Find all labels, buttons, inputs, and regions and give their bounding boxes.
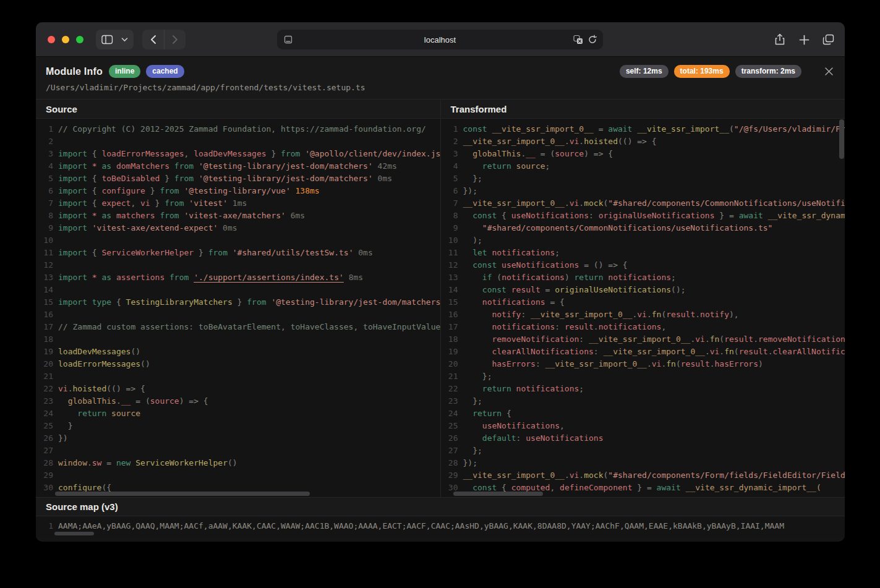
line-number: 5 (36, 173, 53, 185)
new-tab-button[interactable] (795, 30, 813, 49)
code-token (463, 248, 473, 257)
close-icon[interactable] (822, 66, 835, 78)
line-number: 2 (441, 135, 458, 148)
sourcemap-hscrollbar[interactable] (54, 532, 94, 535)
sidebar-toggle-button[interactable] (96, 30, 134, 49)
line-number: 1 (36, 123, 53, 135)
code-token: notify (492, 310, 521, 319)
code-token: __ (526, 149, 536, 158)
code-token: new (116, 458, 130, 467)
line-number: 8 (441, 210, 458, 222)
window-minimize-button[interactable] (62, 36, 69, 43)
line-number: 3 (36, 148, 53, 160)
line-content: }; (458, 173, 482, 185)
code-line: 28window.sw = new ServiceWorkerHelper() (36, 457, 440, 469)
code-token: } = (632, 483, 656, 492)
code-token: vi (58, 384, 68, 393)
code-line: 12 (36, 259, 440, 271)
line-number: 10 (441, 234, 458, 247)
code-line: 14 (36, 284, 440, 296)
code-token: '@testing-library/jest-dom/matchers' (194, 161, 373, 171)
code-token: . (579, 137, 584, 146)
code-line: 6}); (441, 185, 845, 197)
module-link[interactable]: './support/assertions/index.ts' (194, 273, 344, 282)
line-number: 1 (441, 123, 458, 135)
code-line: 24 return { (441, 407, 845, 420)
transformed-code[interactable]: 1const __vite_ssr_import_0__ = await __v… (441, 119, 845, 497)
code-token: loadErrorMessages (58, 359, 140, 369)
code-token: notifications (604, 273, 672, 282)
reload-icon[interactable] (587, 35, 597, 45)
code-token: import (58, 198, 87, 208)
share-button[interactable] (771, 30, 789, 49)
code-token (58, 396, 68, 406)
code-token: notifications (492, 322, 555, 331)
line-content: notify: __vite_ssr_import_0__.vi.fn(resu… (458, 309, 739, 321)
code-token: ({ (101, 483, 111, 492)
line-content (53, 284, 58, 296)
code-token: from (281, 149, 300, 158)
window-close-button[interactable] (48, 36, 55, 43)
line-content: import * as matchers from 'vitest-axe/ma… (53, 210, 305, 222)
line-content (53, 135, 58, 148)
code-token: __vite_ssr_dynamic_import__( (763, 211, 845, 220)
code-token: }; (463, 372, 492, 381)
code-token: . (87, 458, 92, 467)
code-token: useNotifications (526, 433, 603, 443)
code-token: __vite_ssr_dynamic_import__( (681, 483, 821, 492)
window-zoom-button[interactable] (76, 36, 83, 43)
code-token (463, 334, 492, 344)
source-code[interactable]: 1// Copyright (C) 2012-2025 Zammad Found… (36, 119, 440, 497)
module-badges: inlinecached (109, 65, 184, 78)
code-token (463, 421, 482, 430)
code-token: const (482, 285, 506, 294)
code-line: 8import * as matchers from 'vitest-axe/m… (36, 210, 440, 222)
code-token: 0ms (353, 248, 372, 257)
line-content: }); (458, 457, 477, 469)
source-panel: Source 1// Copyright (C) 2012-2025 Zamma… (36, 100, 440, 497)
sourcemap-code[interactable]: 1 AAMA;AAeA,yBAAG,QAAQ,MAAM;AACf,aAAW,KA… (36, 516, 845, 538)
code-token: configure (58, 483, 101, 492)
code-token: const (472, 211, 497, 220)
page-format-icon[interactable] (283, 35, 293, 45)
code-token: 'vitest-axe/extend-expect' (87, 223, 218, 232)
code-token: }) (58, 433, 68, 443)
code-token: return (482, 161, 511, 171)
line-content (53, 309, 58, 321)
line-content: notifications: result.notifications, (458, 321, 667, 333)
page-title: Module Info (46, 66, 103, 77)
transformed-hscrollbar[interactable] (453, 492, 543, 496)
address-bar[interactable]: localhost (277, 30, 603, 49)
line-number: 18 (36, 333, 53, 346)
back-button[interactable] (142, 30, 164, 49)
code-token: __vite_ssr_import__ (632, 124, 729, 134)
code-line: 12 const useNotifications = () => { (441, 259, 845, 271)
line-number: 13 (441, 271, 458, 284)
line-content: return notifications; (458, 383, 584, 395)
transformed-panel-title: Transformed (441, 100, 845, 119)
code-token: = ( (536, 149, 555, 158)
forward-button[interactable] (164, 30, 186, 49)
code-line: 20loadErrorMessages() (36, 358, 440, 370)
source-hscrollbar[interactable] (55, 492, 310, 496)
code-token: from (169, 161, 194, 171)
code-line: 1const __vite_ssr_import_0__ = await __v… (441, 123, 845, 135)
code-token: loadErrorMessages (101, 149, 184, 158)
code-token: import (58, 161, 87, 171)
code-token: notifications (599, 322, 662, 331)
line-number: 11 (36, 247, 53, 259)
code-token: from (164, 273, 189, 282)
chevron-down-icon (121, 37, 128, 42)
code-token: '@apollo/client/dev/index.js' (300, 149, 440, 158)
transformed-vscrollbar[interactable] (839, 119, 844, 159)
code-token: ServiceWorkerHelper (130, 458, 228, 467)
line-content: import { loadErrorMessages, loadDevMessa… (53, 148, 440, 160)
line-content: loadDevMessages() (53, 346, 140, 358)
code-token (463, 310, 492, 319)
code-token (463, 322, 492, 331)
code-token: * (87, 273, 97, 282)
code-token: useNotifications (497, 260, 579, 270)
tab-overview-button[interactable] (819, 30, 837, 49)
translate-icon[interactable] (573, 35, 583, 45)
line-content: }) (53, 432, 68, 445)
